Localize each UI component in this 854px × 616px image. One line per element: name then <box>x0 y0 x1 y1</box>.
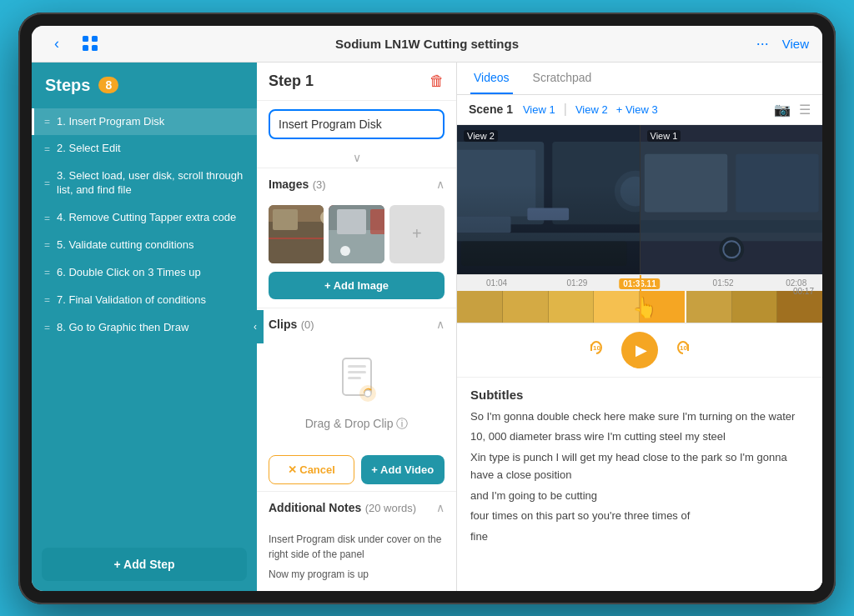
step-item-7[interactable]: = 7. Final Validation of conditions <box>32 287 257 314</box>
images-count: (3) <box>313 178 326 191</box>
view-1-tab[interactable]: View 1 <box>523 103 555 116</box>
drag-drop-text: Drag & Drop Clip ⓘ <box>269 417 445 432</box>
step-text-5: 5. Validate cutting conditions <box>57 238 194 253</box>
step-item-3[interactable]: = 3. Select load, user disk, scroll thro… <box>32 163 257 204</box>
list-icon[interactable]: ☰ <box>799 102 811 118</box>
play-button[interactable]: ▶ <box>621 332 658 368</box>
time-marker-1: 01:04 <box>486 278 507 288</box>
svg-rect-27 <box>527 208 569 220</box>
notes-section-header: Additional Notes (20 words) ∧ <box>257 492 456 523</box>
scene-icons: 📷 ☰ <box>774 102 811 118</box>
top-bar-right: ··· View <box>709 35 809 53</box>
subtitle-line-6: fine <box>470 528 809 546</box>
svg-rect-3 <box>92 45 98 51</box>
svg-rect-1 <box>92 36 98 42</box>
add-image-button[interactable]: + Add Image <box>269 272 445 299</box>
steps-title: Steps <box>45 76 90 95</box>
svg-rect-0 <box>83 36 88 42</box>
svg-rect-2 <box>83 45 88 51</box>
notes-content: Insert Program disk under cover on the r… <box>257 523 456 590</box>
timeline-strip[interactable]: 01:04 01:29 01:36.11 01:52 02:08 <box>457 275 822 323</box>
notes-text-1: Insert Program disk under cover on the r… <box>269 532 445 562</box>
subtitle-line-2: 10, 000 diameter brass wire I'm cutting … <box>470 428 809 446</box>
subtitle-line-1: So I'm gonna double check here make sure… <box>470 408 809 426</box>
video-label-view1: View 1 <box>647 130 681 142</box>
clips-section-title: Clips <box>269 318 297 331</box>
add-view-3-button[interactable]: + View 3 <box>616 103 658 116</box>
main-content: Steps 8 = 1. Insert Program Disk = 2. Se… <box>32 63 822 591</box>
scene-label: Scene 1 <box>469 103 513 116</box>
tablet-screen: ‹ Sodium LN1W Cutting settings ··· View <box>32 26 822 591</box>
step-item-2[interactable]: = 2. Select Edit <box>32 135 257 163</box>
svg-rect-12 <box>370 209 384 234</box>
tablet-frame: ‹ Sodium LN1W Cutting settings ··· View <box>18 13 836 604</box>
step-item-1[interactable]: = 1. Insert Program Disk <box>32 108 257 136</box>
step-text-4: 4. Remove Cutting Tapper extra code <box>57 211 236 225</box>
svg-rect-26 <box>457 216 511 233</box>
video-thumb-view1[interactable]: View 1 <box>640 125 823 274</box>
video-thumb-view2[interactable]: View 2 <box>457 125 640 274</box>
images-section-title: Images <box>269 178 309 191</box>
steps-list: = 1. Insert Program Disk = 2. Select Edi… <box>32 105 257 538</box>
add-step-button[interactable]: + Add Step <box>42 548 247 581</box>
grid-button[interactable] <box>78 32 102 55</box>
camera-icon[interactable]: 📷 <box>774 102 791 118</box>
subtitle-line-3: Xin type is punch I will get my head clo… <box>470 449 809 484</box>
forward-10-button[interactable]: 10 <box>671 336 695 364</box>
svg-rect-11 <box>337 209 366 234</box>
svg-rect-16 <box>348 371 366 373</box>
scene-header: Scene 1 View 1 | View 2 + View 3 📷 ☰ <box>457 95 822 125</box>
svg-rect-17 <box>348 377 361 379</box>
clips-section-chevron[interactable]: ∧ <box>436 318 445 331</box>
step-item-6[interactable]: = 6. Double Click on 3 Times up <box>32 259 257 287</box>
tab-scratchpad[interactable]: Scratchpad <box>530 63 595 94</box>
svg-point-19 <box>364 390 371 397</box>
top-bar-left: ‹ <box>45 32 145 55</box>
images-grid: + <box>257 200 456 272</box>
step-name-input[interactable] <box>269 109 445 139</box>
step-detail-header: Step 1 🗑 <box>257 63 456 101</box>
notes-word-count: (20 words) <box>365 502 416 514</box>
app-title: Sodium LN1W Cutting settings <box>145 37 709 51</box>
svg-rect-15 <box>348 365 366 368</box>
notes-section-chevron[interactable]: ∧ <box>436 501 445 514</box>
clips-section-header: Clips (0) ∧ <box>257 308 456 340</box>
step-item-8[interactable]: = 8. Go to Graphic then Draw <box>32 314 257 342</box>
svg-rect-35 <box>640 220 823 233</box>
subtitles-section: Subtitles So I'm gonna double check here… <box>457 378 822 591</box>
rewind-10-button[interactable]: 10 <box>585 336 608 364</box>
drag-handle-2: = <box>44 143 50 155</box>
view-button[interactable]: View <box>782 37 809 51</box>
cancel-button[interactable]: ✕ Cancel <box>269 455 354 484</box>
more-options-button[interactable]: ··· <box>756 35 769 53</box>
step-item-4[interactable]: = 4. Remove Cutting Tapper extra code <box>32 204 257 232</box>
image-thumb-3[interactable]: + <box>389 205 445 263</box>
image-thumb-2[interactable] <box>329 205 384 263</box>
play-icon: ▶ <box>635 341 647 359</box>
images-section-chevron[interactable]: ∧ <box>436 178 445 191</box>
tab-videos[interactable]: Videos <box>470 63 513 94</box>
expand-chevron[interactable]: ∨ <box>257 148 456 168</box>
svg-rect-25 <box>457 233 640 241</box>
view-2-tab[interactable]: View 2 <box>575 103 608 116</box>
drag-handle-5: = <box>44 239 50 251</box>
step-text-2: 2. Select Edit <box>57 142 121 156</box>
back-button[interactable]: ‹ <box>45 32 68 55</box>
image-thumb-1[interactable] <box>269 205 324 263</box>
drag-drop-icon <box>269 357 445 410</box>
step-detail-content: Images (3) ∧ <box>257 168 456 591</box>
svg-text:10: 10 <box>680 344 687 352</box>
step-text-3: 3. Select load, user disk, scroll throug… <box>57 169 247 198</box>
delete-step-button[interactable]: 🗑 <box>430 73 445 90</box>
step-text-6: 6. Double Click on 3 Times up <box>57 266 201 280</box>
add-video-button[interactable]: + Add Video <box>361 455 445 484</box>
notes-title: Additional Notes <box>269 501 361 514</box>
drag-handle-1: = <box>44 116 50 128</box>
subtitles-title: Subtitles <box>470 388 809 402</box>
step-item-5[interactable]: = 5. Validate cutting conditions <box>32 232 257 259</box>
time-marker-2: 01:29 <box>566 278 587 288</box>
collapse-handle[interactable]: ‹ <box>247 310 264 343</box>
clips-count: (0) <box>301 318 314 331</box>
svg-rect-34 <box>736 153 818 212</box>
notes-text-2: Now my program is up <box>269 567 445 582</box>
